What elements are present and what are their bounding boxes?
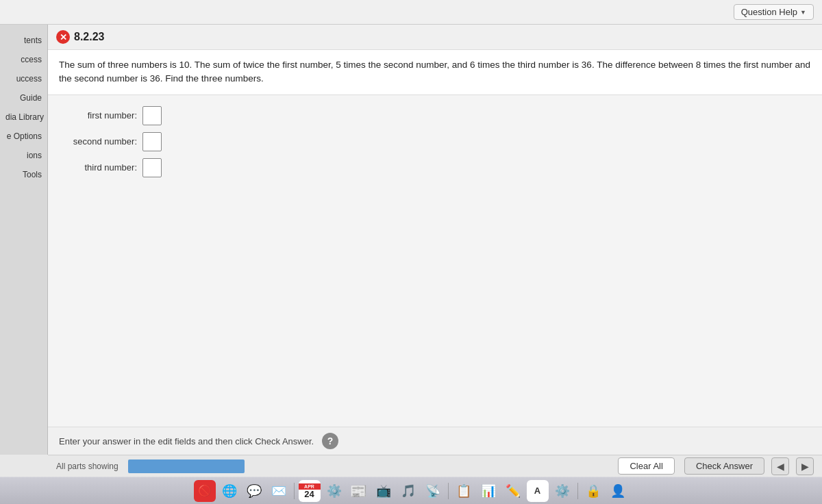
- question-help-label: Question Help: [741, 7, 797, 17]
- dock-item-system-pref[interactable]: ⚙️: [551, 480, 573, 502]
- buttons-area: Clear All Check Answer ◀ ▶: [612, 457, 814, 475]
- dock-item-messages[interactable]: 💬: [243, 480, 265, 502]
- dock-item-tv[interactable]: 📺: [373, 480, 395, 502]
- first-number-input[interactable]: [142, 106, 162, 125]
- third-number-label: third number:: [62, 162, 137, 173]
- action-row: All parts showing Clear All Check Answer…: [56, 457, 814, 475]
- problem-description: The sum of three numbers is 10. The sum …: [48, 50, 822, 95]
- check-answer-button[interactable]: Check Answer: [684, 457, 764, 475]
- dock-item-music[interactable]: 🎵: [397, 480, 419, 502]
- first-number-label: first number:: [62, 110, 137, 121]
- clear-all-button[interactable]: Clear All: [618, 457, 674, 475]
- sidebar-item-ccess[interactable]: ccess: [0, 51, 47, 68]
- problem-text: The sum of three numbers is 10. The sum …: [59, 60, 810, 84]
- instruction-bar: Enter your answer in the edit fields and…: [48, 427, 822, 455]
- dropdown-arrow-icon: ▼: [800, 9, 806, 16]
- dock: 🚫 🌐 💬 ✉️ APR 24 ⚙️ 📰 📺 🎵 📡 📋 📊 ✏️ A ⚙️ 🔒…: [0, 477, 822, 504]
- sidebar-item-uccess[interactable]: uccess: [0, 70, 47, 88]
- parts-showing-area: All parts showing: [56, 459, 245, 473]
- dock-item-podcast[interactable]: 📡: [422, 480, 444, 502]
- sidebar: tents ccess uccess Guide dia Library e O…: [0, 25, 48, 455]
- dock-item-pencil[interactable]: ✏️: [502, 480, 524, 502]
- second-number-row: second number:: [62, 132, 808, 151]
- third-number-row: third number:: [62, 158, 808, 177]
- sidebar-item-guide[interactable]: Guide: [0, 89, 47, 107]
- parts-showing-label: All parts showing: [56, 462, 119, 471]
- sidebar-item-tools[interactable]: Tools: [0, 166, 47, 184]
- calendar-day: 24: [304, 490, 314, 499]
- parts-showing-bar: [128, 459, 245, 473]
- action-bar: All parts showing Clear All Check Answer…: [48, 455, 822, 477]
- dock-divider-1: [294, 483, 295, 499]
- sidebar-item-ions[interactable]: ions: [0, 147, 47, 164]
- nav-next-button[interactable]: ▶: [796, 457, 814, 475]
- top-bar: Question Help ▼: [0, 0, 822, 25]
- second-number-label: second number:: [62, 136, 137, 147]
- problem-number: 8.2.23: [74, 31, 104, 43]
- close-button[interactable]: ✕: [56, 30, 70, 44]
- third-number-input[interactable]: [142, 158, 162, 177]
- dock-item-mail[interactable]: ✉️: [268, 480, 290, 502]
- dock-item-lock[interactable]: 🔒: [582, 480, 604, 502]
- dock-divider-3: [577, 483, 578, 499]
- sidebar-item-options[interactable]: e Options: [0, 127, 47, 145]
- dock-item-news[interactable]: 📰: [348, 480, 370, 502]
- instruction-text: Enter your answer in the edit fields and…: [59, 436, 314, 446]
- sidebar-item-tents[interactable]: tents: [0, 32, 47, 49]
- first-number-row: first number:: [62, 106, 808, 125]
- answer-area: first number: second number: third numbe…: [48, 95, 822, 195]
- sidebar-item-media-library[interactable]: dia Library: [0, 108, 47, 126]
- main-content: ✕ 8.2.23 The sum of three numbers is 10.…: [48, 25, 822, 455]
- nav-prev-button[interactable]: ◀: [771, 457, 789, 475]
- dock-item-calendar[interactable]: APR 24: [299, 480, 321, 502]
- close-icon: ✕: [60, 32, 67, 42]
- problem-id: ✕ 8.2.23: [56, 30, 104, 44]
- dock-divider-2: [448, 483, 449, 499]
- dock-item-stats[interactable]: 📊: [477, 480, 499, 502]
- dock-item-person[interactable]: 👤: [607, 480, 629, 502]
- help-circle-button[interactable]: ?: [322, 433, 338, 449]
- problem-header: ✕ 8.2.23: [48, 25, 822, 50]
- dock-item-stop[interactable]: 🚫: [194, 480, 216, 502]
- help-icon: ?: [327, 436, 334, 446]
- dock-item-browser[interactable]: 🌐: [219, 480, 240, 502]
- question-help-button[interactable]: Question Help ▼: [734, 4, 814, 20]
- second-number-input[interactable]: [142, 132, 162, 151]
- dock-item-translate[interactable]: A: [527, 480, 549, 502]
- dock-item-settings[interactable]: ⚙️: [323, 480, 345, 502]
- dock-item-files[interactable]: 📋: [453, 480, 475, 502]
